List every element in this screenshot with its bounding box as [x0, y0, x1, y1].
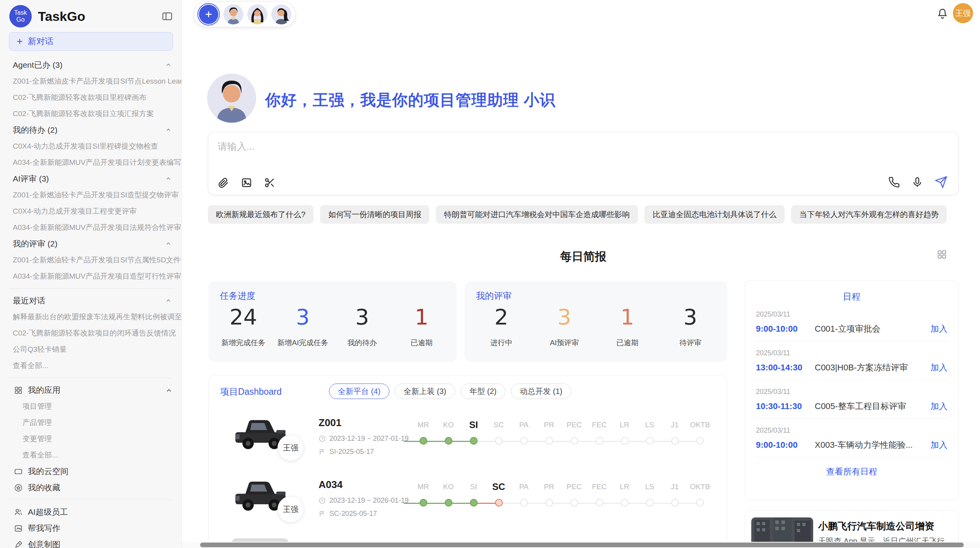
suggestion-chip[interactable]: 如何写一份清晰的项目周报	[320, 205, 429, 224]
new-session-button[interactable]	[199, 5, 218, 24]
join-link[interactable]: 加入	[930, 439, 947, 451]
chevron-up-icon[interactable]	[164, 297, 172, 305]
sidebar-item-favorites[interactable]: 我的收藏	[0, 480, 182, 496]
new-chat-button[interactable]: 新对话	[9, 32, 173, 51]
stat-value: 1	[596, 305, 659, 329]
sidebar-item-help-write[interactable]: 帮我写作	[0, 520, 182, 536]
stat-label: AI预评审	[533, 338, 596, 348]
user-avatar[interactable]: 王强	[953, 3, 973, 23]
sidebar-chat-item[interactable]: C02-飞腾新能源轻客改款项目立项汇报方案	[0, 106, 182, 122]
sidebar-chat-item[interactable]: C0X4-动力总成开发项目SI里程碑提交物检查	[0, 138, 182, 154]
send-icon[interactable]	[935, 176, 947, 188]
layout-grid-icon[interactable]	[937, 249, 947, 260]
milestone-label-current: SI	[461, 419, 486, 431]
view-all-schedule-link[interactable]: 查看所有日程	[756, 466, 947, 478]
schedule-time: 9:00-10:00	[756, 324, 815, 334]
sidebar-chat-item[interactable]: Z001-全新燃油皮卡产品开发项目SI节点Lesson Learn报告	[0, 73, 182, 89]
dashboard-title: 项目Dashboard	[220, 386, 282, 398]
app-item-project-mgmt[interactable]: 项目管理	[0, 398, 182, 414]
new-chat-label: 新对话	[28, 36, 53, 47]
sidebar-item-label: AI超级员工	[28, 507, 68, 517]
section-ai-review[interactable]: AI评审 (3)	[0, 171, 182, 187]
join-link[interactable]: 加入	[930, 323, 947, 335]
sidebar-chat-item[interactable]: A034-全新新能源MUV产品开发项目计划变更表编写	[0, 154, 182, 171]
attachment-icon[interactable]	[218, 177, 229, 188]
schedule-time: 10:30-11:30	[756, 401, 815, 411]
image-icon[interactable]	[241, 177, 252, 188]
app-logo: Task Go	[9, 5, 32, 27]
assistant-avatar	[207, 74, 256, 123]
sidebar-chat-item[interactable]: Z001-全新燃油轻卡产品开发项目SI造型提交物评审	[0, 187, 182, 203]
sidebar-chat-item[interactable]: Z001-全新燃油轻卡产品开发项目SI节点属性5D文件评审	[0, 252, 182, 268]
suggestion-chip[interactable]: 特朗普可能对进口汽车增税会对中国车企造成哪些影响	[436, 205, 638, 224]
divider	[9, 288, 173, 289]
project-owner-badge: 王强	[278, 435, 304, 461]
dashboard-tabs: 全新平台 (4) 全新上装 (3) 年型 (2) 动总开发 (1)	[329, 384, 571, 399]
schedule-time: 13:00-14:30	[756, 363, 815, 373]
tab-new-body[interactable]: 全新上装 (3)	[395, 384, 455, 399]
sidebar-item-creative-draw[interactable]: 创意制图	[0, 536, 182, 548]
sidebar-item-cloud-space[interactable]: 我的云空间	[0, 463, 182, 480]
milestone-dots	[411, 437, 713, 445]
milestone-label: SI	[461, 481, 486, 493]
section-agent-done[interactable]: Agent已办 (3)	[0, 57, 182, 73]
sidebar-chat-item[interactable]: C02-飞腾新能源轻客改款项目的闭环通告反馈情况	[0, 325, 182, 341]
project-name[interactable]: A034	[319, 479, 343, 491]
section-my-todo[interactable]: 我的待办 (2)	[0, 122, 182, 138]
sidebar-item-label: 创意制图	[28, 539, 60, 548]
suggestion-chip[interactable]: 比亚迪全固态电池计划具体说了什么	[644, 205, 785, 224]
sidebar-chat-item[interactable]: 公司Q3轻卡销量	[0, 341, 182, 358]
scissors-icon[interactable]	[264, 177, 276, 188]
sidebar-item-ai-employee[interactable]: AI超级员工	[0, 504, 182, 520]
sidebar-chat-item[interactable]: 解释最新出台的欧盟报废车法规再生塑料比例被调至15%...	[0, 309, 182, 325]
milestone-label: LR	[612, 481, 637, 493]
app-item-change-mgmt[interactable]: 变更管理	[0, 431, 182, 447]
suggestion-chip[interactable]: 欧洲新规最近颁布了什么?	[208, 205, 314, 224]
write-icon	[14, 524, 23, 533]
milestone-label: PEC	[562, 481, 587, 493]
join-link[interactable]: 加入	[930, 362, 947, 373]
message-input[interactable]	[218, 137, 759, 155]
recent-view-all[interactable]: 查看全部...	[0, 358, 182, 374]
sidebar-chat-item[interactable]: C0X4-动力总成开发项目工程变更评审	[0, 203, 182, 219]
scrollbar-thumb[interactable]	[200, 543, 964, 547]
section-my-review[interactable]: 我的评审 (2)	[0, 236, 182, 252]
agent-avatar-3[interactable]	[271, 4, 291, 24]
tab-powertrain[interactable]: 动总开发 (1)	[511, 384, 571, 399]
project-name[interactable]: Z001	[319, 417, 341, 429]
section-my-apps[interactable]: 我的应用	[0, 382, 182, 398]
agent-avatar-2[interactable]	[247, 4, 267, 24]
chevron-up-icon[interactable]	[164, 240, 172, 248]
apps-view-all[interactable]: 查看全部...	[0, 447, 182, 463]
tab-new-platform[interactable]: 全新平台 (4)	[329, 384, 389, 399]
sidebar-collapse-icon[interactable]	[161, 10, 173, 22]
divider	[9, 378, 173, 378]
stat-ai-done: 3 新增AI完成任务	[273, 305, 333, 348]
suggestion-chip[interactable]: 当下年轻人对汽车外观有怎样的喜好趋势	[791, 205, 947, 224]
sidebar-chat-item[interactable]: A034-全新新能源MUV产品开发项目造型可行性评审	[0, 268, 182, 284]
app-window: Task Go TaskGo 新对话 Agent已办 (3) Z001-全新燃油…	[0, 0, 980, 548]
join-link[interactable]: 加入	[930, 401, 947, 412]
milestone-label: PR	[536, 481, 562, 493]
chevron-up-icon[interactable]	[164, 175, 172, 183]
section-recent-chats[interactable]: 最近对话	[0, 293, 182, 309]
chevron-up-icon[interactable]	[164, 61, 172, 69]
tab-year-model[interactable]: 年型 (2)	[461, 384, 505, 399]
microphone-icon[interactable]	[911, 176, 923, 188]
sidebar-chat-item[interactable]: C02-飞腾新能源轻客改款项目里程碑画布	[0, 89, 182, 106]
chevron-up-icon[interactable]	[164, 126, 172, 134]
stat-ai-prereview: 3 AI预评审	[533, 305, 596, 348]
project-flag-label: SI-2025-05-17	[329, 448, 374, 456]
stat-label: 待评审	[659, 338, 722, 348]
app-item-product-mgmt[interactable]: 产品管理	[0, 414, 182, 431]
sidebar-item-label: 我的收藏	[28, 482, 60, 493]
agent-avatar-1[interactable]	[223, 4, 243, 24]
sidebar-chat-item[interactable]: A034-全新新能源MUV产品开发项目法规符合性评审	[0, 219, 182, 236]
phone-call-icon[interactable]	[888, 176, 900, 188]
project-flag: SI-2025-05-17	[319, 448, 374, 456]
notification-bell-icon[interactable]	[937, 8, 948, 19]
chevron-up-icon[interactable]	[164, 386, 172, 394]
milestone-label: J1	[662, 419, 687, 431]
card-title: 任务进度	[220, 290, 255, 302]
section-title: 我的待办 (2)	[13, 125, 58, 135]
